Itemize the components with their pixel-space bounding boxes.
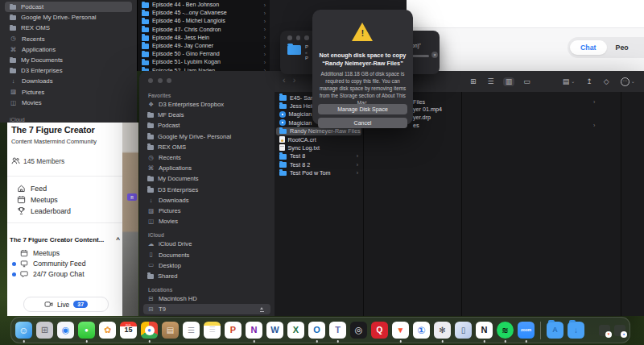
episode-row[interactable]: Episode 44 - Ben Johnson ›: [138, 1, 270, 9]
close-icon[interactable]: [148, 78, 153, 83]
chrome-dock-icon[interactable]: ●: [141, 322, 158, 339]
zoom-icon[interactable]: [167, 78, 171, 83]
column-view-icon[interactable]: ▥: [503, 77, 515, 86]
sidebar-item[interactable]: Podcast: [143, 120, 270, 131]
notes-dock-icon[interactable]: ☰: [204, 322, 221, 339]
zoom-dock-icon[interactable]: zoom: [518, 322, 535, 339]
file-row[interactable]: yer 01.mp4: [413, 106, 460, 114]
sidebar-item[interactable]: ◫ Movies: [143, 216, 270, 227]
sidebar-item[interactable]: My Documents: [143, 173, 270, 184]
sidebar-item[interactable]: ◫ Movies: [5, 98, 132, 108]
nav-feed[interactable]: Feed: [17, 184, 47, 193]
outlook-dock-icon[interactable]: O: [308, 322, 325, 339]
section-item-group-chat[interactable]: 24/7 Group Chat: [7, 269, 122, 279]
nav-meetups[interactable]: Meetups: [17, 195, 58, 204]
more-actions-icon[interactable]: ⋯⌄: [618, 77, 638, 87]
share-icon[interactable]: ↥: [584, 77, 595, 86]
forward-button[interactable]: ›: [293, 75, 296, 85]
sidebar-item[interactable]: Shared: [143, 271, 270, 281]
gallery-view-icon[interactable]: ▭: [521, 77, 533, 86]
sidebar-item[interactable]: MF Deals: [143, 110, 270, 120]
episode-row[interactable]: Episode 46 - Michel Langlois ›: [138, 17, 270, 25]
sidebar-item[interactable]: D3 Enterprises: [5, 65, 132, 76]
teams-dock-icon[interactable]: T: [329, 322, 346, 339]
live-button[interactable]: Live 37: [23, 297, 109, 312]
sidebar-item[interactable]: REX OMS: [5, 23, 132, 33]
chatgpt-dock-icon[interactable]: ✻: [434, 322, 451, 339]
file-row[interactable]: Test Pod w Tom›: [276, 169, 361, 177]
sidebar-item[interactable]: ▨ Pictures: [143, 206, 270, 216]
chat-tab[interactable]: Chat: [570, 40, 607, 55]
red-q-app-dock-icon[interactable]: Q: [371, 322, 388, 339]
sidebar-item[interactable]: My Documents: [5, 55, 132, 65]
contacts-dock-icon[interactable]: ▤: [162, 322, 179, 339]
spotify-dock-icon[interactable]: ≋: [497, 322, 514, 339]
episode-row[interactable]: Episode 49- Jay Conner ›: [138, 42, 270, 50]
back-button[interactable]: ‹: [283, 75, 286, 85]
downloads-folder-dock-icon[interactable]: ↓: [568, 322, 584, 339]
section-item-meetups[interactable]: Meetups: [7, 248, 122, 258]
calendar-dock-icon[interactable]: JUL15: [120, 322, 137, 339]
word-dock-icon[interactable]: W: [266, 322, 283, 339]
sidebar-item[interactable]: Google My Drive- Personal: [5, 12, 132, 23]
manage-disk-space-button[interactable]: Manage Disk Space: [318, 104, 407, 114]
brave-dock-icon[interactable]: ▼: [392, 322, 409, 339]
sidebar-item[interactable]: Podcast: [5, 2, 132, 12]
sidebar-item[interactable]: ↓ Downloads: [143, 195, 270, 206]
excel-dock-icon[interactable]: X: [287, 322, 304, 339]
reminders-dock-icon[interactable]: ☰: [183, 322, 200, 339]
episode-row[interactable]: Episode 48- Jess Hein ›: [138, 34, 270, 42]
iphone-mirroring-dock-icon[interactable]: ▯: [455, 322, 472, 339]
sidebar-item[interactable]: Google My Drive- Personal: [143, 131, 270, 142]
window-traffic-lights[interactable]: [287, 35, 309, 40]
people-tab[interactable]: Peo: [609, 40, 636, 55]
episode-row[interactable]: Episode 50 - Gino Ferrand ›: [138, 50, 270, 58]
close-icon[interactable]: [287, 35, 292, 40]
sidebar-item[interactable]: REX OMS: [143, 142, 270, 152]
file-row[interactable]: Test 8 2›: [276, 160, 361, 168]
file-row[interactable]: Randy Neimeyer-Raw Files›: [276, 127, 361, 135]
episode-row[interactable]: Episode 47- Chris Condron ›: [138, 26, 270, 34]
spiral-rings-app-dock-icon[interactable]: ◎: [350, 322, 367, 339]
list-view-icon[interactable]: ☰: [485, 77, 497, 86]
zoom-icon[interactable]: [304, 35, 309, 40]
cancel-button[interactable]: Cancel: [318, 118, 407, 128]
onenote-dock-icon[interactable]: N: [246, 322, 262, 339]
episode-row[interactable]: Episode 45 -...ony Calvanese ›: [138, 9, 270, 17]
applications-folder-dock-icon[interactable]: A: [547, 322, 564, 339]
file-row[interactable]: Files›: [413, 98, 460, 106]
minimized-brave-window-icon[interactable]: ▼: [599, 325, 610, 336]
launchpad-dock-icon[interactable]: ⊞: [36, 322, 53, 339]
episode-row[interactable]: Episode 51- Lyubim Kogan ›: [138, 58, 270, 66]
minimized-chrome-window-icon[interactable]: ●: [614, 325, 625, 336]
sidebar-item[interactable]: ▯ Documents: [143, 249, 270, 260]
sidebar-item[interactable]: ⌘ Applications: [5, 44, 132, 55]
community-section-header[interactable]: The 7 Figure Creator Content... ^: [10, 236, 120, 243]
minimize-icon[interactable]: [296, 35, 301, 40]
window-traffic-lights[interactable]: [148, 78, 171, 83]
icon-view-icon[interactable]: ⊞: [468, 77, 479, 86]
sidebar-item[interactable]: ◷ Recents: [143, 152, 270, 163]
powerpoint-dock-icon[interactable]: P: [225, 322, 242, 339]
sidebar-item[interactable]: ☁ iCloud Drive: [143, 239, 270, 249]
messages-dock-icon[interactable]: ●: [78, 322, 95, 339]
nav-leaderboard[interactable]: Leaderboard: [17, 206, 71, 215]
section-item-community-feed[interactable]: Community Feed: [7, 259, 122, 268]
safari-dock-icon[interactable]: ◉: [57, 322, 74, 339]
notion-dock-icon[interactable]: N: [476, 322, 493, 339]
file-row[interactable]: RootCA.crt: [276, 135, 361, 143]
sidebar-item[interactable]: ▭ Desktop: [143, 260, 270, 271]
group-by-icon[interactable]: ▤⌄: [560, 77, 578, 86]
file-row[interactable]: yer.drp: [413, 114, 460, 122]
sidebar-item[interactable]: ❖ D3 Enterprises Dropbox: [143, 99, 270, 110]
sidebar-item[interactable]: ↓ Downloads: [5, 76, 132, 86]
file-row[interactable]: Test 8›: [276, 152, 361, 160]
file-row[interactable]: Sync Log.txt: [276, 143, 361, 152]
eject-icon[interactable]: [259, 307, 265, 312]
finder-dock-icon[interactable]: ☺: [15, 322, 32, 339]
photos-dock-icon[interactable]: ✿: [99, 322, 116, 339]
sidebar-item[interactable]: ▨ Pictures: [5, 87, 132, 98]
sidebar-item[interactable]: ⌘ Applications: [143, 163, 270, 173]
tags-icon[interactable]: ◇: [601, 77, 612, 86]
sidebar-item[interactable]: ⊟ T9: [143, 304, 270, 314]
